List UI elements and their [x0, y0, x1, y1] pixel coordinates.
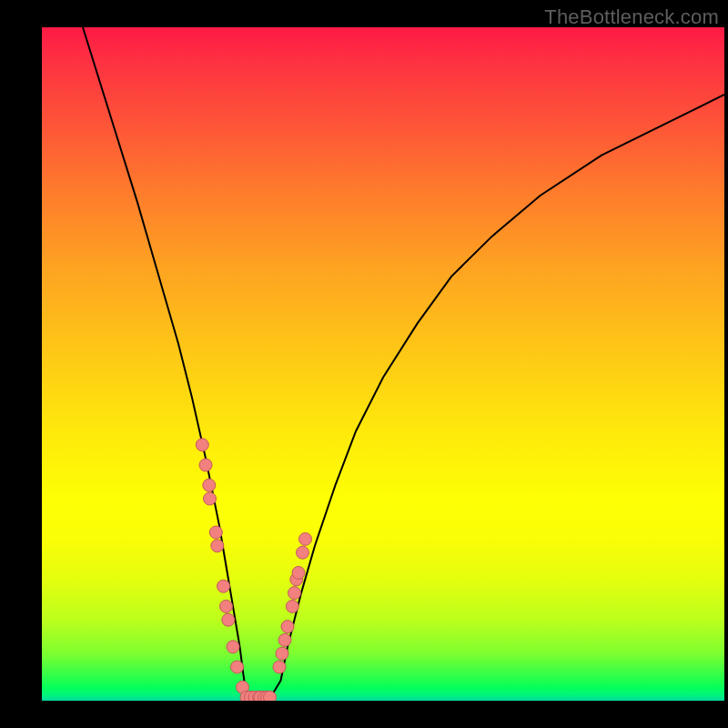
chart-frame: TheBottleneck.com: [0, 0, 728, 728]
watermark-text: TheBottleneck.com: [544, 5, 719, 29]
data-point: [227, 641, 239, 653]
data-point: [288, 587, 301, 600]
data-point: [276, 647, 288, 660]
data-point: [217, 580, 230, 592]
data-point: [196, 439, 208, 451]
data-point: [199, 459, 212, 471]
data-point: [203, 479, 216, 491]
data-point: [211, 540, 224, 552]
plot-area: [42, 27, 724, 701]
data-point: [281, 621, 294, 633]
data-points: [196, 439, 311, 701]
data-point: [222, 613, 235, 626]
data-point: [299, 532, 312, 545]
data-point: [286, 600, 298, 612]
fit-curve: [83, 27, 724, 697]
data-point: [297, 546, 309, 559]
data-point: [209, 526, 222, 539]
data-point: [204, 492, 217, 505]
data-point: [264, 691, 277, 701]
data-point: [220, 600, 233, 612]
data-point: [273, 661, 286, 673]
fit-curve-path: [83, 27, 724, 697]
data-point: [231, 661, 244, 673]
data-point: [278, 633, 291, 646]
plot-svg: [42, 27, 724, 701]
data-point: [292, 566, 305, 579]
